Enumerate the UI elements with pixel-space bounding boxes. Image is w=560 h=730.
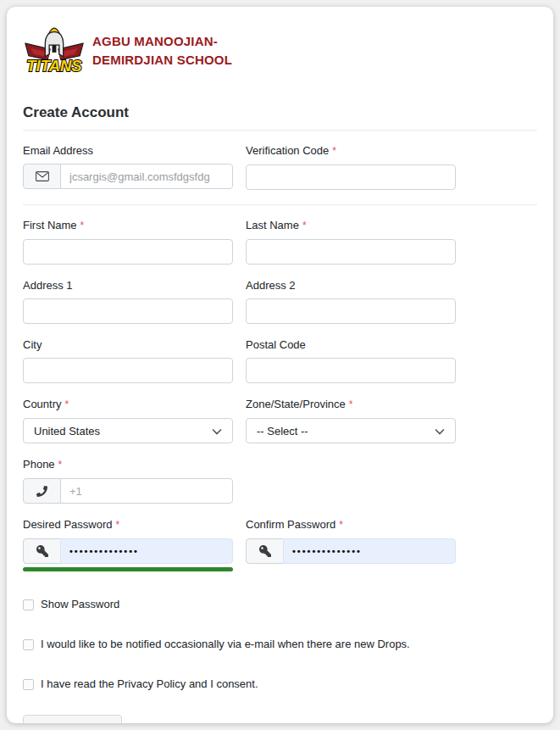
field-verification-code: Verification Code* [246,144,456,190]
row-address: Address 1 Address 2 [23,279,537,324]
required-asterisk: * [302,220,307,231]
field-phone: Phone* [23,458,233,504]
chevron-down-icon [435,425,445,437]
phone-input[interactable] [60,478,233,504]
verification-code-label: Verification Code* [246,144,456,158]
create-account-button[interactable]: Create Account [23,715,122,723]
envelope-icon [23,164,61,189]
show-password-row: Show Password [23,598,537,611]
section-divider [23,204,537,205]
school-name-line2: DEMIRDJIAN SCHOOL [92,51,232,70]
confirm-password-label: Confirm Password* [246,518,456,532]
address2-label: Address 2 [246,279,456,292]
key-icon [23,538,61,564]
field-zone: Zone/State/Province* -- Select -- [246,398,456,443]
privacy-checkbox[interactable] [23,679,34,690]
title-divider [23,130,537,131]
privacy-row: I have read the Privacy Policy and I con… [23,677,537,691]
create-account-card: TITANS AGBU MANOOJIAN- DEMIRDJIAN SCHOOL… [7,7,553,723]
notify-label: I would like to be notified occasionally… [41,638,410,651]
confirm-password-input[interactable] [283,538,456,564]
brand-header: TITANS AGBU MANOOJIAN- DEMIRDJIAN SCHOOL [23,23,537,79]
country-selected-value: United States [34,425,100,437]
field-postal-code: Postal Code [246,338,456,383]
field-address2: Address 2 [246,279,456,324]
required-asterisk: * [332,145,336,157]
row-country-zone: Country* United States Zone/State/Provin… [23,398,537,443]
email-input[interactable] [60,164,233,189]
field-city: City [23,338,233,383]
school-name-line1: AGBU MANOOJIAN- [92,32,232,52]
email-label: Email Address [23,144,233,157]
show-password-checkbox[interactable] [23,599,34,610]
field-address1: Address 1 [23,279,233,324]
email-input-group [23,164,233,189]
address1-input[interactable] [23,298,233,324]
field-desired-password: Desired Password* [23,518,233,571]
postal-code-label: Postal Code [246,338,456,351]
required-asterisk: * [80,220,85,231]
privacy-label: I have read the Privacy Policy and I con… [41,677,258,691]
notify-row: I would like to be notified occasionally… [23,638,537,651]
desired-password-input[interactable] [60,538,233,564]
password-strength-bar [23,567,233,571]
required-asterisk: * [116,519,120,531]
last-name-input[interactable] [246,239,456,265]
titans-logo-text: TITANS [26,57,82,75]
field-confirm-password: Confirm Password* [246,518,456,571]
first-name-label: First Name* [23,219,233,232]
required-asterisk: * [349,398,353,410]
first-name-input[interactable] [23,239,233,265]
country-select[interactable]: United States [23,418,233,443]
field-last-name: Last Name* [246,219,456,265]
address1-label: Address 1 [23,279,233,292]
zone-select[interactable]: -- Select -- [246,418,456,443]
required-asterisk: * [65,398,69,410]
confirm-password-group [246,538,456,564]
phone-label: Phone* [23,458,233,471]
verification-code-input[interactable] [246,164,456,190]
desired-password-label: Desired Password* [23,518,233,532]
phone-icon [23,478,61,504]
row-phone: Phone* [23,458,537,504]
required-asterisk: * [339,519,343,531]
show-password-label: Show Password [41,598,119,611]
country-label: Country* [23,398,233,411]
desired-password-group [23,538,233,564]
school-name: AGBU MANOOJIAN- DEMIRDJIAN SCHOOL [92,32,232,70]
page-title: Create Account [23,103,537,122]
row-email-verification: Email Address Verification Code* [23,144,537,190]
privacy-policy-link[interactable]: Privacy Policy [117,677,186,690]
zone-label: Zone/State/Province* [246,398,456,411]
required-asterisk: * [58,459,63,471]
city-input[interactable] [23,358,233,383]
row-passwords: Desired Password* Confirm Password* [23,518,537,571]
field-first-name: First Name* [23,219,233,265]
postal-code-input[interactable] [246,358,456,383]
titans-logo: TITANS [23,23,86,79]
field-email: Email Address [23,144,233,190]
notify-checkbox[interactable] [23,639,34,650]
zone-selected-value: -- Select -- [257,425,308,437]
chevron-down-icon [212,425,222,437]
row-name: First Name* Last Name* [23,219,537,265]
key-icon [246,538,284,564]
last-name-label: Last Name* [246,219,456,232]
city-label: City [23,338,233,351]
phone-input-group [23,478,233,504]
row-city-postal: City Postal Code [23,338,537,383]
address2-input[interactable] [246,298,456,324]
field-country: Country* United States [23,398,233,443]
